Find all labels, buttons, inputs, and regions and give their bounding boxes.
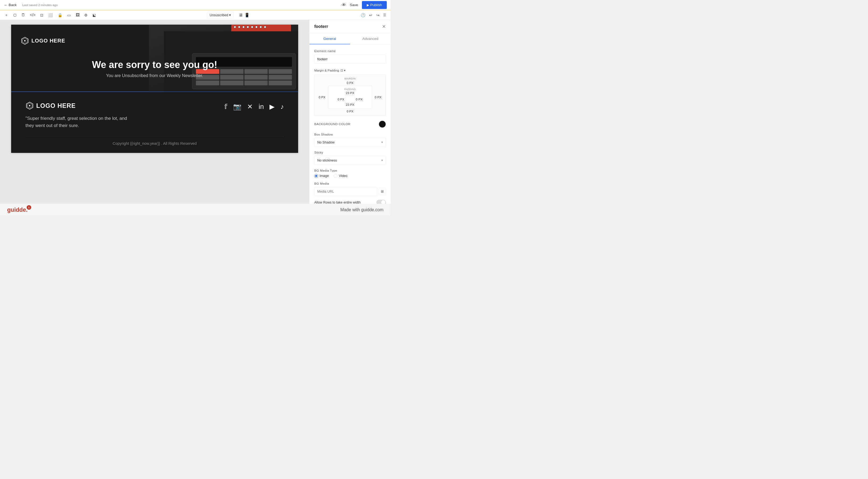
hero-logo: LOGO HERE — [21, 37, 289, 45]
publish-button[interactable]: ▶ Publish — [362, 1, 387, 9]
settings-icon[interactable]: ⚙ — [84, 12, 89, 18]
redo-icon[interactable]: ↪ — [375, 12, 380, 18]
mobile-icon[interactable]: 📱 — [245, 12, 250, 17]
audience-arrow-icon: ▾ — [229, 13, 231, 17]
media-browse-button[interactable]: ⊞ — [379, 188, 386, 195]
svg-point-5 — [29, 105, 30, 106]
bg-media-type-label: BG Media Type — [314, 169, 386, 172]
bg-color-label-text: BACKGROUND COLOR — [314, 122, 350, 126]
footer-top: LOGO HERE "Super friendly staff, great s… — [26, 101, 284, 129]
top-bar-left: ← Back Last saved 2 minutes ago — [4, 3, 58, 7]
split-icon[interactable]: ⬕ — [92, 12, 97, 18]
allow-rows-label: Allow Rows to take entire width — [314, 200, 361, 203]
media-url-input[interactable] — [314, 187, 377, 196]
facebook-icon[interactable]: 𝕗 — [224, 103, 227, 110]
spiral-hole — [242, 26, 245, 28]
made-with-text: Made with guidde.com — [340, 207, 383, 212]
desktop-icon[interactable]: 🖥 — [239, 12, 243, 17]
undo-icon[interactable]: ↩ — [368, 12, 373, 18]
panel-close-button[interactable]: ✕ — [382, 24, 385, 29]
bg-color-swatch[interactable] — [379, 121, 386, 128]
hero-section: 📎 📎 📎 — [11, 25, 298, 92]
spiral-hole — [247, 26, 249, 28]
bg-media-label: BG Media — [314, 182, 386, 186]
spiral-hole — [255, 26, 257, 28]
calc-button — [245, 81, 268, 85]
history-icon[interactable]: 🕐 — [360, 12, 366, 18]
radio-image[interactable]: Image — [314, 174, 329, 178]
margin-padding-label: Margin & Padding — [314, 68, 339, 72]
bottom-bar: guidde. 1 Made with guidde.com — [0, 203, 391, 216]
back-button[interactable]: ← Back — [4, 3, 17, 7]
top-bar: ← Back Last saved 2 minutes ago 👁 Save ▶… — [0, 0, 391, 10]
padding-left-value[interactable]: 0 PX — [338, 97, 344, 101]
add-icon[interactable]: ＋ — [4, 12, 9, 18]
save-status: Last saved 2 minutes ago — [22, 3, 58, 7]
twitter-x-icon[interactable]: ✕ — [247, 103, 253, 110]
section-icon[interactable]: ▭ — [67, 12, 72, 18]
audience-dropdown[interactable]: Unsuscribed ▾ — [207, 12, 234, 18]
padding-label: PADDING — [344, 88, 355, 90]
calc-button — [220, 81, 243, 85]
sticky-value: No stickiness — [317, 158, 337, 162]
panel-header: footerr ✕ — [309, 20, 391, 33]
publish-label: Publish — [370, 3, 382, 7]
tiktok-icon[interactable]: ♪ — [280, 103, 284, 110]
sticky-label: Sticky — [314, 151, 386, 154]
spiral-hole — [234, 26, 236, 28]
sticky-select[interactable]: No stickiness ▾ — [314, 156, 386, 165]
margin-middle-row: 0 PX PADDING 23 PX 0 PX 0 PX 23 PX 0 PX — [317, 86, 383, 109]
radio-image-dot — [314, 174, 318, 178]
pages-icon[interactable]: 🗒 — [21, 12, 26, 18]
footer-section: LOGO HERE "Super friendly staff, great s… — [11, 92, 298, 153]
code-icon[interactable]: </> — [29, 12, 36, 18]
save-button[interactable]: Save — [350, 3, 358, 7]
bg-media-type-radio-group: Image Video — [314, 174, 386, 178]
element-name-input[interactable] — [314, 55, 386, 63]
top-bar-right: 👁 Save ▶ Publish — [342, 1, 387, 9]
lock-icon[interactable]: 🔒 — [57, 12, 63, 18]
hero-subtitle: You are Unsubscribed from our Weekly New… — [92, 73, 217, 78]
padding-bottom-value[interactable]: 23 PX — [346, 103, 354, 106]
calc-button — [196, 81, 219, 85]
calc-button — [269, 69, 292, 74]
tab-general[interactable]: General — [309, 33, 350, 44]
device-icons: 🖥 📱 — [239, 12, 250, 17]
box-shadow-arrow-icon: ▾ — [381, 140, 383, 144]
back-arrow-icon: ← — [4, 3, 7, 7]
preview-icon[interactable]: 👁 — [342, 2, 346, 7]
canvas[interactable]: 📎 📎 📎 — [0, 20, 309, 204]
content-icon[interactable]: ⬜ — [48, 12, 54, 18]
image-icon[interactable]: 🖼 — [75, 12, 80, 18]
padding-top-value[interactable]: 23 PX — [346, 91, 354, 95]
padding-right-value[interactable]: 0 PX — [356, 97, 363, 101]
instagram-icon[interactable]: 📷 — [233, 103, 242, 111]
publish-play-icon: ▶ — [367, 3, 369, 7]
margin-right-value[interactable]: 0 PX — [373, 94, 383, 100]
radio-video-label: Video — [339, 174, 347, 178]
margin-padding-section: Margin & Padding ⊡ ▾ MARGIN 0 PX 0 PX PA… — [314, 68, 386, 116]
margin-bottom-value[interactable]: 0 PX — [317, 109, 383, 113]
margin-left-value[interactable]: 0 PX — [317, 94, 328, 100]
padding-center-input[interactable] — [345, 96, 355, 103]
footer-logo-text: LOGO HERE — [36, 102, 76, 109]
layers-icon[interactable]: ⬡ — [12, 12, 17, 18]
allow-rows-toggle[interactable] — [376, 200, 386, 204]
more-options-icon[interactable]: ⠿ — [383, 12, 387, 18]
box-shadow-select[interactable]: No Shadow ▾ — [314, 138, 386, 147]
hero-logo-area: LOGO HERE — [11, 32, 298, 50]
youtube-icon[interactable]: ▶ — [270, 103, 275, 110]
tab-advanced[interactable]: Advanced — [350, 33, 391, 44]
radio-video[interactable]: Video — [334, 174, 347, 178]
guidde-logo: guidde. 1 — [7, 206, 28, 213]
sticky-arrow-icon: ▾ — [381, 159, 383, 162]
template-icon[interactable]: ⊡ — [40, 12, 44, 18]
calc-button — [245, 69, 268, 74]
bg-color-label: BACKGROUND COLOR — [314, 122, 350, 126]
social-icons: 𝕗 📷 ✕ in ▶ ♪ — [224, 103, 284, 111]
linkedin-icon[interactable]: in — [258, 103, 264, 110]
spiral-hole — [259, 26, 262, 28]
margin-top-value[interactable]: 0 PX — [317, 81, 383, 85]
footer-copyright: Copyright {{right_now.year}} . All Right… — [26, 136, 284, 146]
calc-button — [269, 75, 292, 80]
